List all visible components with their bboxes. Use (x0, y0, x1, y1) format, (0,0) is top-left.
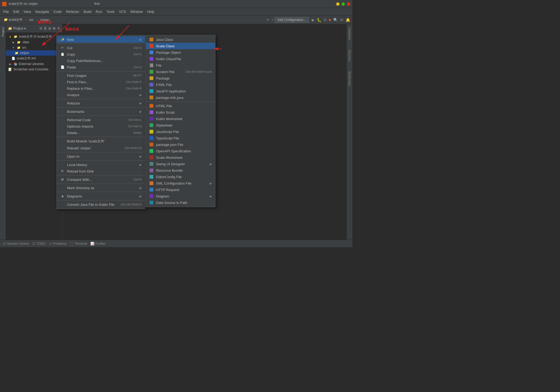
right-tab-bookmarks[interactable]: Bookmarks (348, 69, 352, 88)
ctx-new-item[interactable]: ✨ New ▶ (57, 36, 145, 43)
toolbar-path-xinjian[interactable]: xinjian (38, 17, 51, 23)
ctx-build-item[interactable]: Build Module 'scala文件' (57, 138, 145, 145)
sub-xml[interactable]: XML Configuration File ▶ (146, 180, 215, 186)
toolbar-path-src[interactable]: src (28, 17, 35, 23)
ctx-find-usages-item[interactable]: Find Usages Alt+F7 (57, 72, 145, 79)
ctx-analyze-item[interactable]: Analyze ▶ (57, 92, 145, 98)
sidebar-tab-project[interactable]: Project (1, 25, 5, 39)
tree-item-extlibs[interactable]: ▶ 📚 External Libraries (6, 61, 62, 67)
sub-scratch-file[interactable]: Scratch File Ctrl+Alt+Shift+Insert (146, 69, 215, 75)
menu-help[interactable]: Help (145, 9, 157, 15)
ctx-refactor-item[interactable]: Refactor ▶ (57, 100, 145, 106)
sub-ts[interactable]: TypeScript File (146, 135, 215, 141)
ctx-rebuild-item[interactable]: Rebuild 'xinjian' Ctrl+Shift+F9 (57, 145, 145, 151)
tab-todo[interactable]: ☑ TODO (32, 242, 45, 246)
sub-openapi[interactable]: OpenAPI Specification (146, 148, 215, 154)
ctx-diagrams-item[interactable]: ◈ Diagrams ▶ (57, 193, 145, 199)
ctx-find-files-item[interactable]: Find in Files... Ctrl+Shift+F (57, 79, 145, 85)
ctx-replace-item[interactable]: Replace in Files... Ctrl+Shift+R (57, 85, 145, 92)
right-tab-structure[interactable]: Structure (348, 48, 352, 64)
project-collapse-icon[interactable]: ⊟ (48, 27, 51, 30)
sub-js[interactable]: JavaScript File (146, 128, 215, 135)
tab-problems[interactable]: ⚠ Problems (49, 242, 67, 246)
sub-scala-class[interactable]: Scala Class (146, 43, 215, 49)
sub-file[interactable]: File (146, 62, 215, 69)
menu-code[interactable]: Code (51, 9, 64, 15)
toolbar-notification-icon[interactable]: 🔔 (346, 18, 350, 22)
toolbar-sync-icon[interactable]: ⟳ (267, 18, 269, 22)
menu-tools[interactable]: Tools (104, 9, 117, 15)
project-expand-icon[interactable]: ☰ (44, 27, 47, 30)
menu-build[interactable]: Build (81, 9, 94, 15)
sub-stylesheet[interactable]: Stylesheet (146, 122, 215, 128)
tab-terminal[interactable]: ⬛ Terminal (70, 242, 87, 246)
menu-run[interactable]: Run (94, 9, 104, 15)
tree-item-root[interactable]: ▼ 📁 scala文件 D:\scala文件 (6, 34, 62, 39)
sub-datasource[interactable]: Data Source in Path (146, 199, 215, 206)
toolbar-stop-icon[interactable]: ■ (329, 18, 331, 22)
sub-fxml[interactable]: FXML File (146, 81, 215, 88)
sub-kotlin-class[interactable]: Kotlin Class/File (146, 56, 215, 62)
menu-view[interactable]: View (21, 9, 33, 15)
menu-vcs[interactable]: VCS (117, 9, 128, 15)
tree-item-iml[interactable]: 📄 scala文件.iml (6, 56, 62, 61)
sub-http[interactable]: HTTP Request (146, 186, 215, 193)
add-configuration-button[interactable]: Add Configuration... (274, 17, 309, 23)
ctx-open-in-item[interactable]: Open In ▶ (57, 153, 145, 160)
toolbar-add-config[interactable]: + (271, 18, 273, 22)
ctx-copy-path-item[interactable]: Copy Path/Reference... (57, 57, 145, 64)
tab-version-control[interactable]: ⎇ Version Control (2, 242, 29, 246)
project-sync-icon[interactable]: ⟳ (40, 27, 42, 30)
menu-file[interactable]: File (1, 9, 11, 15)
sub-pkg-info[interactable]: package-info.java (146, 94, 215, 101)
menu-refactor[interactable]: Refactor (64, 9, 81, 15)
ctx-mark-item[interactable]: Mark Directory as ▶ (57, 185, 145, 191)
tree-item-src[interactable]: ▼ 📁 src (6, 45, 62, 50)
toolbar-settings-icon[interactable]: ⚙ (340, 18, 343, 22)
ctx-local-history-item[interactable]: Local History ▶ (57, 161, 145, 168)
project-close-icon[interactable]: ✕ (57, 27, 60, 30)
ctx-delete-item[interactable]: Delete... Delete (57, 130, 145, 136)
toolbar-coverage-icon[interactable]: ⟳ (324, 18, 327, 22)
minimize-button[interactable] (336, 2, 339, 6)
ctx-bookmarks-item[interactable]: Bookmarks ▶ (57, 108, 145, 115)
sub-javafx[interactable]: JavaFX Application (146, 88, 215, 94)
tree-item-scratches[interactable]: 📝 Scratches and Consoles (6, 67, 62, 72)
ctx-optimize-item[interactable]: Optimize Imports Ctrl+Alt+O (57, 123, 145, 130)
project-settings-icon[interactable]: ⚙ (53, 27, 56, 30)
close-button[interactable] (347, 2, 350, 6)
ctx-reload-item[interactable]: ⟳ Reload from Disk (57, 168, 145, 174)
menu-navigate[interactable]: Navigate (33, 9, 51, 15)
sub-kotlin-script[interactable]: Kotlin Script (146, 109, 215, 116)
sub-scala-ws[interactable]: Scala Worksheet (146, 154, 215, 161)
ctx-copy-item[interactable]: 📋 Copy Ctrl+C (57, 51, 145, 57)
maximize-button[interactable] (342, 2, 345, 6)
sub-kotlin-ws[interactable]: Kotlin Worksheet (146, 116, 215, 122)
sub-diagram[interactable]: Diagram ▶ (146, 193, 215, 199)
menu-window[interactable]: Window (128, 9, 145, 15)
sub-editor-config[interactable]: EditorConfig File (146, 174, 215, 180)
tree-item-idea[interactable]: ▶ 📁 .idea (6, 39, 62, 45)
ctx-convert-item[interactable]: Convert Java File to Kotlin File Ctrl+Al… (57, 201, 145, 208)
profiler-label: Profiler (95, 242, 106, 246)
right-tabs: Database Structure Bookmarks (346, 24, 352, 240)
sub-swing[interactable]: Swing UI Designer ▶ (146, 161, 215, 167)
menu-edit[interactable]: Edit (11, 9, 21, 15)
ctx-reformat-item[interactable]: Reformat Code Ctrl+Alt+L (57, 117, 145, 123)
sub-html[interactable]: HTML File (146, 103, 215, 109)
sub-java-class[interactable]: Java Class (146, 36, 215, 43)
right-tab-database[interactable]: Database (348, 25, 352, 42)
toolbar-run-icon[interactable]: ▶ (312, 18, 315, 22)
toolbar-path-root[interactable]: 📁 scala文件 (2, 17, 24, 23)
sub-resource[interactable]: Resource Bundle (146, 167, 215, 174)
toolbar-search-icon[interactable]: 🔍 (333, 18, 338, 22)
tab-profiler[interactable]: 📊 Profiler (90, 242, 106, 246)
ctx-compare-item[interactable]: ⊞ Compare With... Ctrl+D (57, 176, 145, 183)
ctx-cut-item[interactable]: ✂ Cut Ctrl+X (57, 45, 145, 51)
tree-item-xinjian[interactable]: 📁 xinjian (6, 50, 62, 56)
sub-json[interactable]: package.json File (146, 141, 215, 148)
sub-package[interactable]: Package (146, 75, 215, 81)
sub-package-object[interactable]: Package Object (146, 49, 215, 56)
toolbar-debug-icon[interactable]: 🐛 (317, 18, 321, 22)
ctx-paste-item[interactable]: 📄 Paste Ctrl+V (57, 64, 145, 70)
